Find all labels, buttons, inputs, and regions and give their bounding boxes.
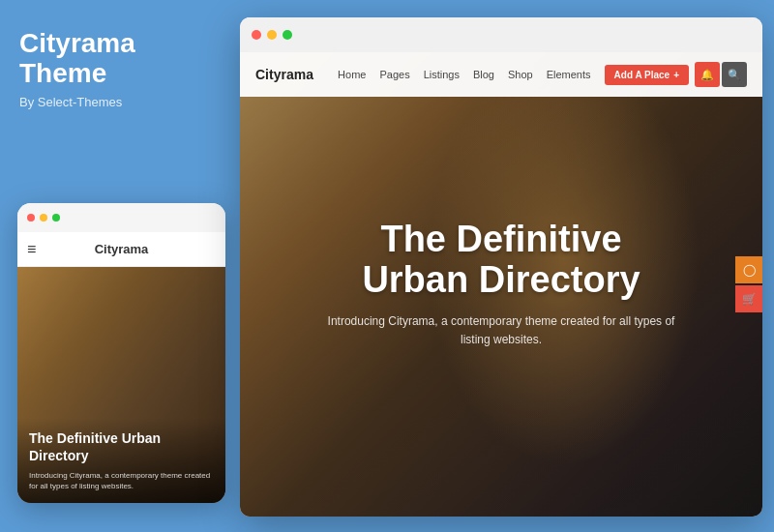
hero-title-line1: The Definitive xyxy=(380,219,621,259)
add-place-icon: + xyxy=(673,70,679,80)
side-button-cart[interactable]: 🛒 xyxy=(735,285,762,312)
desktop-hero-description: Introducing Cityrama, a contemporary the… xyxy=(317,312,685,349)
mobile-hero-overlay: The Definitive Urban Directory Introduci… xyxy=(17,418,225,503)
desktop-side-buttons: ◯ 🛒 xyxy=(735,256,762,312)
desktop-dot-green xyxy=(283,30,292,40)
side-button-orange[interactable]: ◯ xyxy=(735,256,762,283)
nav-link-elements[interactable]: Elements xyxy=(547,69,591,80)
mobile-hero-desc: Introducing Cityrama, a contemporary the… xyxy=(29,470,214,491)
nav-link-listings[interactable]: Listings xyxy=(424,69,460,80)
hero-title-line2: Urban Directory xyxy=(362,259,640,300)
desktop-mockup: Cityrama Home Pages Listings Blog Shop E… xyxy=(240,17,762,517)
hamburger-icon[interactable]: ≡ xyxy=(27,241,36,258)
nav-link-shop[interactable]: Shop xyxy=(508,69,533,80)
mobile-dot-red xyxy=(27,214,35,222)
theme-subtitle: By Select-Themes xyxy=(19,95,218,109)
nav-link-blog[interactable]: Blog xyxy=(473,69,494,80)
add-place-button[interactable]: Add A Place + xyxy=(605,65,689,85)
mobile-hero-title: The Definitive Urban Directory xyxy=(29,429,214,464)
nav-link-pages[interactable]: Pages xyxy=(379,69,409,80)
mobile-nav-logo: Cityrama xyxy=(95,242,149,256)
nav-icon-group: 🔔 🔍 xyxy=(695,62,747,87)
mobile-nav: ≡ Cityrama xyxy=(17,232,225,267)
bell-button[interactable]: 🔔 xyxy=(695,62,720,87)
desktop-dot-red xyxy=(252,30,261,40)
desktop-dot-yellow xyxy=(267,30,277,40)
left-panel: Cityrama Theme By Select-Themes ≡ Cityra… xyxy=(0,0,237,532)
desktop-nav-links: Home Pages Listings Blog Shop Elements xyxy=(338,69,590,80)
nav-link-home[interactable]: Home xyxy=(338,69,366,80)
desktop-content: Cityrama Home Pages Listings Blog Shop E… xyxy=(240,52,762,517)
desktop-hero-text: The Definitive Urban Directory Introduci… xyxy=(317,220,685,349)
theme-title-line1: Cityrama xyxy=(19,28,135,58)
add-place-label: Add A Place xyxy=(614,70,670,80)
theme-title-line2: Theme xyxy=(19,58,106,88)
mobile-mockup: ≡ Cityrama The Definitive Urban Director… xyxy=(17,203,225,503)
desktop-hero-title: The Definitive Urban Directory xyxy=(317,220,685,301)
desktop-nav-logo: Cityrama xyxy=(255,67,313,82)
mobile-dot-green xyxy=(52,214,60,222)
search-button[interactable]: 🔍 xyxy=(722,62,747,87)
mobile-dot-yellow xyxy=(40,214,47,222)
mobile-browser-bar xyxy=(17,203,225,232)
desktop-navbar: Cityrama Home Pages Listings Blog Shop E… xyxy=(240,52,762,97)
theme-title: Cityrama Theme xyxy=(19,29,218,89)
desktop-browser-bar xyxy=(240,17,762,52)
mobile-hero: The Definitive Urban Directory Introduci… xyxy=(17,267,225,503)
